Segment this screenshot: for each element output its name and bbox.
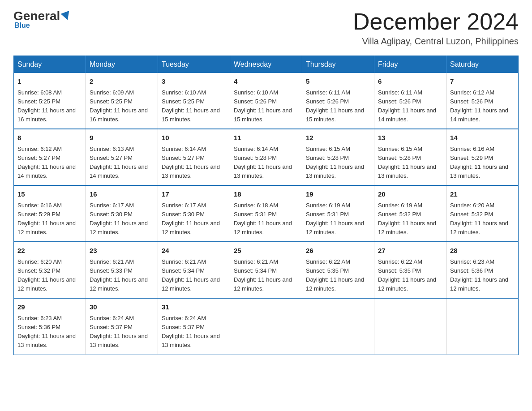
table-row: 15Sunrise: 6:16 AMSunset: 5:29 PMDayligh…	[14, 185, 86, 242]
day-info: Sunrise: 6:15 AMSunset: 5:28 PMDaylight:…	[306, 146, 364, 179]
table-row: 2Sunrise: 6:09 AMSunset: 5:25 PMDaylight…	[86, 73, 158, 129]
table-row: 9Sunrise: 6:13 AMSunset: 5:27 PMDaylight…	[86, 129, 158, 185]
day-info: Sunrise: 6:10 AMSunset: 5:26 PMDaylight:…	[234, 89, 292, 123]
table-row: 30Sunrise: 6:24 AMSunset: 5:37 PMDayligh…	[86, 298, 158, 355]
table-row: 22Sunrise: 6:20 AMSunset: 5:32 PMDayligh…	[14, 242, 86, 298]
table-row: 29Sunrise: 6:23 AMSunset: 5:36 PMDayligh…	[14, 298, 86, 355]
day-info: Sunrise: 6:24 AMSunset: 5:37 PMDaylight:…	[90, 315, 148, 348]
day-info: Sunrise: 6:11 AMSunset: 5:26 PMDaylight:…	[378, 89, 436, 123]
day-info: Sunrise: 6:20 AMSunset: 5:32 PMDaylight:…	[450, 202, 508, 235]
day-info: Sunrise: 6:14 AMSunset: 5:27 PMDaylight:…	[162, 146, 220, 179]
day-number: 12	[306, 133, 370, 143]
day-info: Sunrise: 6:12 AMSunset: 5:27 PMDaylight:…	[17, 146, 76, 179]
table-row: 14Sunrise: 6:16 AMSunset: 5:29 PMDayligh…	[446, 129, 519, 185]
day-number: 25	[234, 246, 298, 256]
col-wednesday: Wednesday	[230, 56, 302, 73]
col-thursday: Thursday	[302, 56, 374, 73]
table-row: 25Sunrise: 6:21 AMSunset: 5:34 PMDayligh…	[230, 242, 302, 298]
day-info: Sunrise: 6:18 AMSunset: 5:31 PMDaylight:…	[234, 202, 292, 235]
table-row: 13Sunrise: 6:15 AMSunset: 5:28 PMDayligh…	[374, 129, 446, 185]
day-number: 24	[162, 246, 226, 256]
day-number: 9	[90, 133, 154, 143]
day-info: Sunrise: 6:23 AMSunset: 5:36 PMDaylight:…	[450, 258, 508, 292]
table-row: 1Sunrise: 6:08 AMSunset: 5:25 PMDaylight…	[14, 73, 86, 129]
day-number: 6	[378, 77, 442, 87]
table-row: 7Sunrise: 6:12 AMSunset: 5:26 PMDaylight…	[446, 73, 519, 129]
day-number: 21	[450, 189, 515, 200]
col-sunday: Sunday	[14, 56, 86, 73]
table-row: 12Sunrise: 6:15 AMSunset: 5:28 PMDayligh…	[302, 129, 374, 185]
col-monday: Monday	[86, 56, 158, 73]
day-number: 30	[90, 302, 154, 313]
calendar-week-row: 22Sunrise: 6:20 AMSunset: 5:32 PMDayligh…	[14, 242, 519, 298]
day-number: 14	[450, 133, 515, 143]
day-number: 4	[234, 77, 298, 87]
day-number: 10	[162, 133, 226, 143]
day-info: Sunrise: 6:17 AMSunset: 5:30 PMDaylight:…	[162, 202, 220, 235]
table-row: 4Sunrise: 6:10 AMSunset: 5:26 PMDaylight…	[230, 73, 302, 129]
day-info: Sunrise: 6:16 AMSunset: 5:29 PMDaylight:…	[450, 146, 508, 179]
day-number: 27	[378, 246, 442, 256]
day-info: Sunrise: 6:14 AMSunset: 5:28 PMDaylight:…	[234, 146, 292, 179]
day-number: 22	[17, 246, 82, 256]
day-number: 1	[17, 77, 82, 87]
calendar-week-row: 1Sunrise: 6:08 AMSunset: 5:25 PMDaylight…	[14, 73, 519, 129]
page-header: General Blue December 2024 Villa Aglipay…	[13, 9, 519, 47]
day-info: Sunrise: 6:19 AMSunset: 5:31 PMDaylight:…	[306, 202, 364, 235]
logo: General Blue	[13, 9, 71, 30]
day-info: Sunrise: 6:08 AMSunset: 5:25 PMDaylight:…	[17, 89, 76, 123]
table-row: 20Sunrise: 6:19 AMSunset: 5:32 PMDayligh…	[374, 185, 446, 242]
day-number: 23	[90, 246, 154, 256]
calendar-table: Sunday Monday Tuesday Wednesday Thursday…	[13, 56, 519, 355]
table-row: 16Sunrise: 6:17 AMSunset: 5:30 PMDayligh…	[86, 185, 158, 242]
day-number: 11	[234, 133, 298, 143]
table-row: 31Sunrise: 6:24 AMSunset: 5:37 PMDayligh…	[158, 298, 230, 355]
table-row: 18Sunrise: 6:18 AMSunset: 5:31 PMDayligh…	[230, 185, 302, 242]
day-info: Sunrise: 6:22 AMSunset: 5:35 PMDaylight:…	[306, 258, 364, 292]
day-number: 17	[162, 189, 226, 200]
day-number: 28	[450, 246, 515, 256]
day-info: Sunrise: 6:15 AMSunset: 5:28 PMDaylight:…	[378, 146, 436, 179]
day-info: Sunrise: 6:10 AMSunset: 5:25 PMDaylight:…	[162, 89, 220, 123]
col-tuesday: Tuesday	[158, 56, 230, 73]
day-number: 3	[162, 77, 226, 87]
table-row	[446, 298, 519, 355]
table-row: 3Sunrise: 6:10 AMSunset: 5:25 PMDaylight…	[158, 73, 230, 129]
day-number: 18	[234, 189, 298, 200]
title-section: December 2024 Villa Aglipay, Central Luz…	[353, 9, 519, 47]
day-number: 31	[162, 302, 226, 313]
day-info: Sunrise: 6:22 AMSunset: 5:35 PMDaylight:…	[378, 258, 436, 292]
table-row: 11Sunrise: 6:14 AMSunset: 5:28 PMDayligh…	[230, 129, 302, 185]
day-info: Sunrise: 6:16 AMSunset: 5:29 PMDaylight:…	[17, 202, 76, 235]
day-number: 26	[306, 246, 370, 256]
day-number: 8	[17, 133, 82, 143]
col-saturday: Saturday	[446, 56, 519, 73]
table-row: 21Sunrise: 6:20 AMSunset: 5:32 PMDayligh…	[446, 185, 519, 242]
day-info: Sunrise: 6:21 AMSunset: 5:34 PMDaylight:…	[162, 258, 220, 292]
day-number: 13	[378, 133, 442, 143]
month-title: December 2024	[353, 9, 519, 34]
day-number: 2	[90, 77, 154, 87]
calendar-week-row: 29Sunrise: 6:23 AMSunset: 5:36 PMDayligh…	[14, 298, 519, 355]
day-info: Sunrise: 6:17 AMSunset: 5:30 PMDaylight:…	[90, 202, 148, 235]
day-info: Sunrise: 6:20 AMSunset: 5:32 PMDaylight:…	[17, 258, 76, 292]
calendar-header-row: Sunday Monday Tuesday Wednesday Thursday…	[14, 56, 519, 73]
day-info: Sunrise: 6:09 AMSunset: 5:25 PMDaylight:…	[90, 89, 148, 123]
table-row	[374, 298, 446, 355]
table-row: 19Sunrise: 6:19 AMSunset: 5:31 PMDayligh…	[302, 185, 374, 242]
table-row: 6Sunrise: 6:11 AMSunset: 5:26 PMDaylight…	[374, 73, 446, 129]
day-info: Sunrise: 6:12 AMSunset: 5:26 PMDaylight:…	[450, 89, 508, 123]
table-row: 23Sunrise: 6:21 AMSunset: 5:33 PMDayligh…	[86, 242, 158, 298]
day-info: Sunrise: 6:11 AMSunset: 5:26 PMDaylight:…	[306, 89, 364, 123]
day-info: Sunrise: 6:19 AMSunset: 5:32 PMDaylight:…	[378, 202, 436, 235]
day-number: 15	[17, 189, 82, 200]
table-row: 8Sunrise: 6:12 AMSunset: 5:27 PMDaylight…	[14, 129, 86, 185]
calendar-week-row: 15Sunrise: 6:16 AMSunset: 5:29 PMDayligh…	[14, 185, 519, 242]
logo-triangle-icon	[61, 11, 72, 21]
day-info: Sunrise: 6:23 AMSunset: 5:36 PMDaylight:…	[17, 315, 76, 348]
day-info: Sunrise: 6:24 AMSunset: 5:37 PMDaylight:…	[162, 315, 220, 348]
day-number: 29	[17, 302, 82, 313]
table-row: 24Sunrise: 6:21 AMSunset: 5:34 PMDayligh…	[158, 242, 230, 298]
table-row: 28Sunrise: 6:23 AMSunset: 5:36 PMDayligh…	[446, 242, 519, 298]
table-row: 27Sunrise: 6:22 AMSunset: 5:35 PMDayligh…	[374, 242, 446, 298]
